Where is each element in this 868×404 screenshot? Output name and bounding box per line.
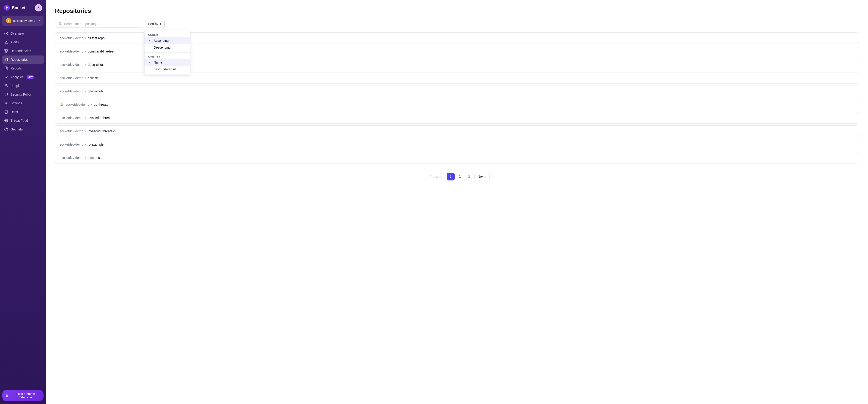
repo-org: socketdev-demo xyxy=(60,63,83,66)
overview-icon xyxy=(4,31,8,35)
repo-separator: / xyxy=(85,116,86,120)
previous-label: Previous xyxy=(429,175,442,178)
threat-feed-icon xyxy=(4,119,8,123)
repositories-icon xyxy=(4,58,8,62)
previous-button[interactable]: ‹ Previous xyxy=(424,173,445,180)
repo-org: socketdev-demo xyxy=(60,156,83,160)
sidebar-item-label: Repositories xyxy=(10,58,28,61)
sidebar-item-docs[interactable]: Docs xyxy=(2,108,44,116)
sidebar-item-settings[interactable]: Settings xyxy=(2,99,44,107)
repo-name: cli-test-repo xyxy=(88,36,105,40)
repo-separator: / xyxy=(85,143,86,146)
search-box[interactable]: 🔍 xyxy=(55,20,142,28)
sidebar-item-security-policy[interactable]: Security Policy xyxy=(2,90,44,98)
repo-org: socketdev-demo xyxy=(60,129,83,133)
sidebar-item-analytics[interactable]: Analytics New xyxy=(2,73,44,81)
get-help-icon xyxy=(4,127,8,132)
list-item[interactable]: socketdev-demo / javascript-threats-cli xyxy=(55,125,859,137)
repo-separator: / xyxy=(85,36,86,40)
new-badge: New xyxy=(27,76,34,79)
search-icon: 🔍 xyxy=(58,22,62,26)
next-button[interactable]: Next › xyxy=(474,173,490,180)
page-1-button[interactable]: 1 xyxy=(447,173,455,180)
sort-dropdown: Order ✓ Ascending Descending Sort by ✓ N… xyxy=(144,30,190,75)
repo-name: doug-cli-test xyxy=(88,63,105,66)
settings-icon xyxy=(4,101,8,105)
svg-point-29 xyxy=(6,130,6,131)
org-name: socketdev-demo xyxy=(13,19,35,23)
sidebar-nav: Overview Alerts Dependencies Repositorie… xyxy=(0,28,46,387)
socket-logo-icon xyxy=(4,5,10,11)
sidebar-item-label: People xyxy=(10,84,21,88)
user-avatar[interactable] xyxy=(35,4,42,11)
reports-icon xyxy=(4,66,8,70)
docs-icon xyxy=(4,110,8,114)
alerts-icon xyxy=(4,40,8,44)
list-item[interactable]: 🔒 socketdev-demo / go-threats xyxy=(55,99,859,110)
sidebar-item-label: Docs xyxy=(10,110,18,114)
sidebar-item-alerts[interactable]: Alerts xyxy=(2,38,44,46)
repo-separator: / xyxy=(91,103,92,106)
install-chrome-extension-button[interactable]: ⊕ Install Chrome Extension xyxy=(2,390,43,401)
sidebar-item-get-help[interactable]: Get help xyxy=(2,125,44,134)
dropdown-divider xyxy=(145,52,190,53)
chevron-left-icon: ‹ xyxy=(428,175,429,178)
sidebar-item-label: Analytics xyxy=(10,75,23,79)
name-label: Name xyxy=(154,60,162,64)
order-section-label: Order xyxy=(145,32,190,37)
chevron-right-icon: › xyxy=(485,175,487,178)
order-ascending-item[interactable]: ✓ Ascending xyxy=(145,37,190,44)
security-policy-icon xyxy=(4,92,8,96)
repo-name: local-test xyxy=(88,156,101,160)
order-descending-item[interactable]: Descending xyxy=(145,44,190,51)
repo-org: socketdev-demo xyxy=(60,116,83,120)
sidebar-item-overview[interactable]: Overview xyxy=(2,29,44,38)
pagination: ‹ Previous 1 2 3 Next › xyxy=(55,173,859,180)
svg-point-19 xyxy=(5,84,7,86)
svg-rect-6 xyxy=(7,49,8,51)
list-item[interactable]: socketdev-demo / local-test xyxy=(55,152,859,164)
repo-org: socketdev-demo xyxy=(60,50,83,53)
repo-separator: / xyxy=(85,129,86,133)
page-2-button[interactable]: 2 xyxy=(456,173,464,180)
repo-org: socketdev-demo xyxy=(60,36,83,40)
sort-chevron-icon: ▾ xyxy=(160,22,161,26)
page-3-button[interactable]: 3 xyxy=(465,173,473,180)
repo-name: javascript-threats xyxy=(88,116,113,120)
sidebar-item-dependencies[interactable]: Dependencies xyxy=(2,47,44,55)
repo-org: socketdev-demo xyxy=(60,89,83,93)
repo-name: javascript-threats-cli xyxy=(88,129,116,133)
sidebar-header: Socket xyxy=(0,0,46,16)
people-icon xyxy=(4,84,8,88)
repo-name: git-cronjob xyxy=(88,89,103,93)
repo-separator: / xyxy=(85,63,86,66)
sidebar-item-threat-feed[interactable]: Threat Feed xyxy=(2,116,44,125)
sidebar-item-repositories[interactable]: Repositories xyxy=(2,56,44,64)
svg-point-4 xyxy=(6,43,6,44)
sort-name-item[interactable]: ✓ Name xyxy=(145,59,190,66)
sort-by-label: Sort by xyxy=(148,22,158,26)
svg-rect-5 xyxy=(5,49,6,51)
lock-icon: 🔒 xyxy=(60,103,63,106)
sort-by-button[interactable]: Sort by ▾ xyxy=(145,20,165,28)
sidebar-item-label: Settings xyxy=(10,102,22,105)
sidebar-bottom: ⊕ Install Chrome Extension xyxy=(0,387,46,404)
org-selector[interactable]: S socketdev-demo ▾ xyxy=(2,16,43,26)
sidebar-item-people[interactable]: People xyxy=(2,82,44,90)
sort-last-updated-item[interactable]: Last updated at xyxy=(145,66,190,73)
main-content: Repositories 🔍 Sort by ▾ Order ✓ Ascendi… xyxy=(46,0,868,404)
search-input[interactable] xyxy=(64,22,138,26)
repo-name: command-line-test xyxy=(88,50,114,53)
next-label: Next xyxy=(478,175,485,178)
ascending-label: Ascending xyxy=(154,39,168,42)
list-item[interactable]: socketdev-demo / git-cronjob xyxy=(55,86,859,97)
list-item[interactable]: socketdev-demo / jq-example xyxy=(55,139,859,150)
sidebar-item-reports[interactable]: Reports xyxy=(2,64,44,73)
check-icon: ✓ xyxy=(148,39,152,42)
chrome-extension-icon: ⊕ xyxy=(5,394,8,398)
svg-point-20 xyxy=(6,103,7,104)
install-btn-label: Install Chrome Extension xyxy=(10,392,40,399)
sidebar-item-label: Security Policy xyxy=(10,93,32,96)
list-item[interactable]: socketdev-demo / javascript-threats xyxy=(55,112,859,123)
org-icon: S xyxy=(6,18,11,23)
